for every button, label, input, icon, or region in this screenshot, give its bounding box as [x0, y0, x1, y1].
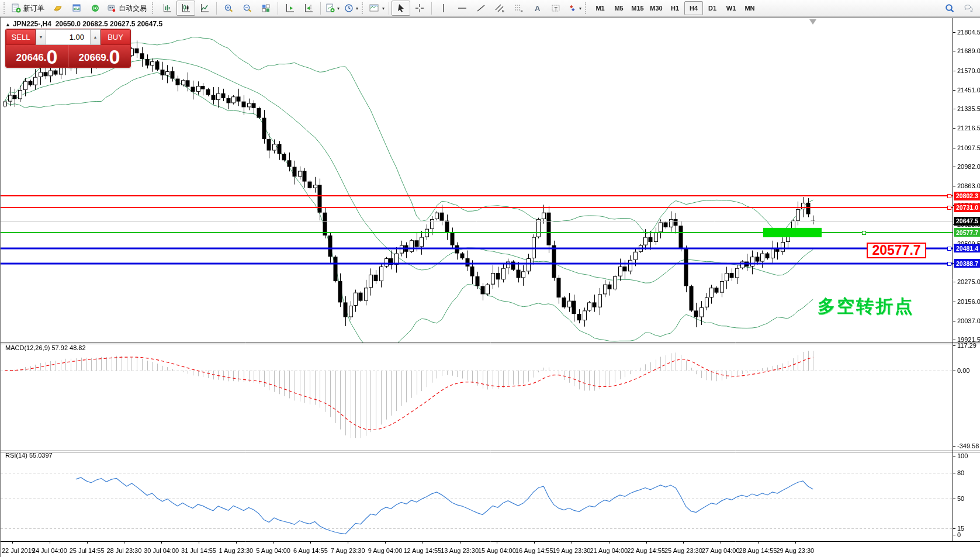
indicators-button[interactable]: ▾	[368, 1, 386, 16]
label-button[interactable]: T	[546, 1, 565, 16]
text-icon: A	[533, 4, 541, 13]
toolbar-separator	[216, 2, 217, 15]
gold-bar-button[interactable]	[49, 1, 67, 16]
sell-button[interactable]: SELL	[6, 29, 36, 45]
tab-timeframe-MN[interactable]: MN	[740, 1, 759, 15]
time-tick-label: 12 Aug 14:55	[403, 547, 441, 554]
toolbar-grip	[362, 2, 365, 14]
crosshair-button[interactable]	[410, 1, 429, 16]
price-tick-label: 21216.5	[957, 124, 980, 132]
arrows-button[interactable]: ▾	[565, 1, 584, 16]
tab-timeframe-M30[interactable]: M30	[647, 1, 666, 15]
chevron-down-icon: ▾	[579, 6, 581, 11]
equidistant-channel-icon: E	[495, 4, 505, 13]
rsi-tick-label: 80	[957, 469, 964, 476]
horizontal-line-button[interactable]	[453, 1, 472, 16]
price-tick-label: 21097.5	[957, 144, 980, 151]
time-tick-label: 25 Jul 14:55	[70, 547, 105, 554]
time-tick-label: 29 Aug 23:30	[776, 547, 814, 554]
text-button[interactable]: A	[528, 1, 546, 16]
gold-bar-icon	[53, 4, 63, 13]
new-order-button[interactable]: 新订单	[9, 1, 49, 16]
buy-price-main: 20669.	[79, 49, 109, 67]
arrows-icon	[567, 4, 577, 13]
svg-text:E: E	[502, 9, 504, 13]
time-tick-label: 25 Aug 23:30	[664, 547, 702, 554]
rsi-tick-label: 0	[957, 531, 961, 538]
vertical-line-button[interactable]	[434, 1, 453, 16]
toolbar-separator	[431, 2, 432, 15]
clock-icon	[344, 4, 354, 13]
sell-price-main: 20646.	[16, 49, 47, 67]
turning-point-annotation[interactable]: 多空转折点	[818, 295, 914, 319]
equidistant-channel-button[interactable]: E	[490, 1, 509, 16]
time-tick-label: 28 Jul 23:30	[106, 547, 141, 554]
time-tick-label: 19 Aug 23:30	[553, 547, 591, 554]
zoom-in-icon	[224, 4, 234, 13]
buy-price-big: 0	[109, 47, 120, 67]
zoom-in-button[interactable]	[219, 1, 238, 16]
price-tick-label: 21689.0	[957, 47, 980, 54]
new-chart-icon	[325, 4, 335, 13]
buy-button[interactable]: BUY	[101, 29, 130, 45]
tab-timeframe-H1[interactable]: H1	[666, 1, 684, 15]
rsi-tick-label: 100	[957, 452, 968, 459]
new-order-icon	[11, 4, 21, 13]
chart-window-button[interactable]	[67, 1, 86, 16]
fibonacci-button[interactable]: F	[509, 1, 528, 16]
price-callout-20577[interactable]: 20577.7	[867, 243, 926, 258]
vertical-line-icon	[439, 4, 448, 13]
autotrading-button[interactable]: 自动交易	[105, 1, 151, 16]
volume-down-button[interactable]: ▼	[36, 29, 46, 45]
indicators-icon	[369, 4, 380, 13]
toolbar-grip	[152, 2, 155, 14]
tile-windows-button[interactable]	[257, 1, 275, 16]
horizontal-line-icon	[458, 4, 467, 13]
price-badge: 20802.3	[954, 192, 980, 200]
auto-scroll-icon	[285, 4, 295, 13]
toolbar: 新订单 自动交易	[0, 0, 980, 17]
zoom-out-button[interactable]	[238, 1, 257, 16]
line-chart-button[interactable]	[195, 1, 214, 16]
auto-scroll-button[interactable]	[281, 1, 299, 16]
search-button[interactable]	[940, 1, 959, 16]
bar-chart-button[interactable]	[158, 1, 176, 16]
chart-shift-button[interactable]	[299, 1, 318, 16]
price-tick-label: 21451.0	[957, 87, 980, 94]
svg-text:A: A	[535, 4, 541, 13]
candlestick-chart-button[interactable]	[176, 1, 195, 16]
bar-chart-icon	[162, 4, 172, 13]
time-tick-label: 6 Aug 14:55	[293, 547, 328, 554]
time-tick-label: 16 Aug 14:55	[515, 547, 553, 554]
tab-timeframe-H4[interactable]: H4	[684, 1, 703, 15]
volume-up-button[interactable]: ▲	[90, 29, 101, 45]
toolbar-separator	[389, 2, 389, 15]
tab-timeframe-M5[interactable]: M5	[610, 1, 628, 15]
volume-input[interactable]	[46, 29, 90, 45]
sell-price-big: 0	[47, 47, 58, 67]
buy-price[interactable]: 20669.0	[68, 45, 130, 67]
tab-timeframe-D1[interactable]: D1	[703, 1, 722, 15]
period-clock-button[interactable]: ▾	[342, 1, 361, 16]
chart-canvas[interactable]	[1, 18, 980, 557]
time-tick-label: 28 Aug 14:55	[739, 547, 777, 554]
chevron-down-icon: ▾	[382, 6, 385, 11]
tab-timeframe-M1[interactable]: M1	[591, 1, 610, 15]
price-badge: 20388.7	[954, 259, 980, 268]
community-button[interactable]	[959, 1, 978, 16]
tab-timeframe-M15[interactable]: M15	[628, 1, 647, 15]
price-tick-label: 21335.5	[957, 105, 980, 112]
time-tick-label: 1 Aug 23:30	[219, 547, 253, 554]
trendline-button[interactable]	[472, 1, 490, 16]
macd-label: MACD(12,26,9) 57.92 48.82	[5, 344, 86, 351]
broadcast-button[interactable]	[86, 1, 105, 16]
tab-timeframe-W1[interactable]: W1	[722, 1, 740, 15]
sell-price[interactable]: 20646.0	[6, 45, 68, 67]
macd-tick-label: -349.58	[957, 442, 979, 449]
cursor-button[interactable]	[392, 1, 410, 16]
new-chart-button[interactable]: ▾	[323, 1, 342, 16]
timeframe-group: M1M5M15M30H1H4D1W1MN	[591, 1, 759, 15]
collapse-arrow-icon[interactable]: ▲	[5, 22, 11, 27]
chart-shift-icon	[304, 4, 313, 13]
candlestick-icon	[181, 4, 191, 13]
